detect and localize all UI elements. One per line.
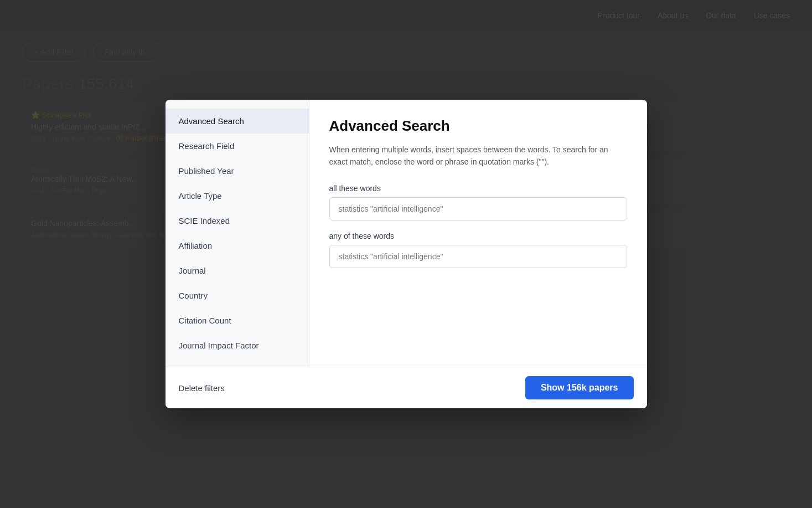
modal-body: Advanced Search Research Field Published… <box>165 100 647 367</box>
modal-main-content: Advanced Search When entering multiple w… <box>309 100 647 367</box>
all-these-words-input[interactable] <box>329 197 627 220</box>
delete-filters-button[interactable]: Delete filters <box>179 379 225 397</box>
sidebar-item-affiliation[interactable]: Affiliation <box>165 233 309 258</box>
any-of-these-words-label: any of these words <box>329 232 627 240</box>
sidebar-item-article-type[interactable]: Article Type <box>165 183 309 208</box>
any-of-these-words-group: any of these words <box>329 232 627 268</box>
sidebar-item-journal-impact-factor[interactable]: Journal Impact Factor <box>165 333 309 358</box>
show-papers-button[interactable]: Show 156k papers <box>525 376 634 399</box>
sidebar-item-citation-count[interactable]: Citation Count <box>165 308 309 333</box>
modal-backdrop: Advanced Search Research Field Published… <box>0 0 812 508</box>
modal-footer: Delete filters Show 156k papers <box>165 367 647 408</box>
modal-sidebar: Advanced Search Research Field Published… <box>165 100 309 367</box>
sidebar-item-journal[interactable]: Journal <box>165 258 309 283</box>
advanced-search-modal: Advanced Search Research Field Published… <box>165 100 647 408</box>
sidebar-item-country[interactable]: Country <box>165 283 309 308</box>
all-these-words-label: all these words <box>329 184 627 193</box>
sidebar-item-scie-indexed[interactable]: SCIE Indexed <box>165 208 309 233</box>
sidebar-item-advanced-search[interactable]: Advanced Search <box>165 109 309 134</box>
sidebar-item-research-field[interactable]: Research Field <box>165 134 309 158</box>
modal-description: When entering multiple words, insert spa… <box>329 143 627 168</box>
all-these-words-group: all these words <box>329 184 627 220</box>
sidebar-item-published-year[interactable]: Published Year <box>165 158 309 183</box>
modal-title: Advanced Search <box>329 117 627 135</box>
any-of-these-words-input[interactable] <box>329 245 627 268</box>
